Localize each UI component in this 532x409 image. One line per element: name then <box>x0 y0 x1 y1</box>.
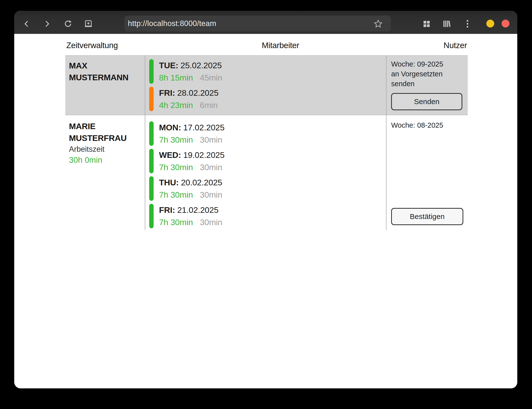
employee-last-name: MUSTERMANN <box>69 71 145 83</box>
table-row: MARIE MUSTERFRAU Arbeitszeit 30h 0min MO… <box>65 115 468 230</box>
worked-time: 4h 23min <box>159 100 193 110</box>
forward-icon <box>43 20 51 27</box>
forward-button[interactable] <box>43 20 51 28</box>
status-bar <box>149 59 154 84</box>
week-label: Woche: 09-2025 <box>391 59 468 69</box>
employee-first-name: MAX <box>69 60 145 71</box>
day-entry: THU:20.02.2025 7h 30min30min <box>149 176 386 201</box>
day-entry: MON:17.02.2025 7h 30min30min <box>149 121 386 146</box>
status-bar <box>149 204 154 228</box>
pause-time: 30min <box>200 163 222 172</box>
back-button[interactable] <box>22 20 31 28</box>
new-tab-icon <box>84 20 93 28</box>
week-action-cell: Woche: 09-2025 an Vorgesetzten senden Se… <box>386 55 468 115</box>
worked-time: 7h 30min <box>159 135 193 144</box>
bestaetigen-button[interactable]: Bestätigen <box>391 208 463 225</box>
tab-overview-button[interactable] <box>422 20 431 28</box>
worked-time: 7h 30min <box>159 190 193 199</box>
worked-time: 7h 30min <box>159 163 193 172</box>
pause-time: 6min <box>200 100 218 110</box>
nav-item-nutzer[interactable]: Nutzer <box>444 41 467 50</box>
worktime-label: Arbeitszeit <box>69 144 145 155</box>
day-label: FRI: <box>159 205 175 215</box>
employee-last-name: MUSTERFRAU <box>69 132 145 144</box>
senden-button[interactable]: Senden <box>391 93 462 110</box>
url-input[interactable]: http://localhost:8000/team <box>124 19 391 28</box>
menu-button[interactable] <box>463 20 472 28</box>
day-label: TUE: <box>159 61 178 70</box>
table-row: MAX MUSTERMANN TUE:25.02.2025 8 <box>65 55 468 115</box>
browser-toolbar: http://localhost:8000/team <box>14 11 517 34</box>
employee-table: MAX MUSTERMANN TUE:25.02.2025 8 <box>65 55 468 230</box>
week-action-cell: Woche: 08-2025 Bestätigen <box>386 115 468 230</box>
page-content: Zeitverwaltung Mitarbeiter Nutzer MAX MU… <box>14 34 517 388</box>
reload-button[interactable] <box>64 20 72 28</box>
status-bar <box>149 87 154 111</box>
status-bar <box>149 121 154 146</box>
minimize-window-control[interactable] <box>486 20 494 27</box>
close-window-control[interactable] <box>502 20 509 27</box>
worked-time: 8h 15min <box>159 73 193 82</box>
week-label: senden <box>391 79 468 89</box>
bookmark-star-icon <box>374 19 383 28</box>
pause-time: 30min <box>200 190 222 199</box>
day-date: 25.02.2025 <box>181 61 222 70</box>
status-bar <box>149 176 154 201</box>
worktime-value: 30h 0min <box>69 155 145 165</box>
day-label: WED: <box>159 150 181 160</box>
week-label: Woche: 08-2025 <box>391 120 468 130</box>
day-date: 20.02.2025 <box>181 178 222 187</box>
day-entry: FRI:28.02.2025 4h 23min6min <box>149 87 386 111</box>
day-entry: FRI:21.02.2025 7h 30min30min <box>149 204 386 228</box>
day-entry: TUE:25.02.2025 8h 15min45min <box>149 59 386 84</box>
day-date: 28.02.2025 <box>177 88 218 97</box>
pause-time: 30min <box>200 135 222 144</box>
bookmark-button[interactable] <box>374 19 383 28</box>
employee-name-cell: MAX MUSTERMANN <box>65 55 145 115</box>
pause-time: 30min <box>200 218 222 227</box>
back-icon <box>23 20 30 27</box>
nav-item-zeitverwaltung[interactable]: Zeitverwaltung <box>66 41 118 50</box>
address-bar[interactable]: http://localhost:8000/team <box>124 15 391 31</box>
tab-grid-icon <box>423 20 430 27</box>
day-label: THU: <box>159 178 179 187</box>
browser-window: http://localhost:8000/team <box>14 11 517 388</box>
day-label: FRI: <box>159 88 175 97</box>
day-date: 19.02.2025 <box>183 150 225 160</box>
employee-name-cell: MARIE MUSTERFRAU Arbeitszeit 30h 0min <box>65 115 145 230</box>
reload-icon <box>64 20 72 28</box>
day-label: MON: <box>159 123 181 132</box>
employee-days-cell: TUE:25.02.2025 8h 15min45min <box>145 55 386 115</box>
library-icon <box>443 20 451 27</box>
nav-item-mitarbeiter[interactable]: Mitarbeiter <box>262 41 299 50</box>
worked-time: 7h 30min <box>159 218 193 227</box>
pause-time: 45min <box>200 73 222 82</box>
library-button[interactable] <box>443 20 451 28</box>
employee-first-name: MARIE <box>69 120 145 132</box>
week-label: an Vorgesetzten <box>391 69 468 79</box>
status-bar <box>149 149 154 173</box>
employee-days-cell: MON:17.02.2025 7h 30min30min <box>145 115 386 230</box>
day-date: 21.02.2025 <box>177 205 218 215</box>
day-date: 17.02.2025 <box>183 123 225 132</box>
new-tab-button[interactable] <box>84 20 93 28</box>
day-entry: WED:19.02.2025 7h 30min30min <box>149 149 386 173</box>
kebab-menu-icon <box>466 20 469 28</box>
